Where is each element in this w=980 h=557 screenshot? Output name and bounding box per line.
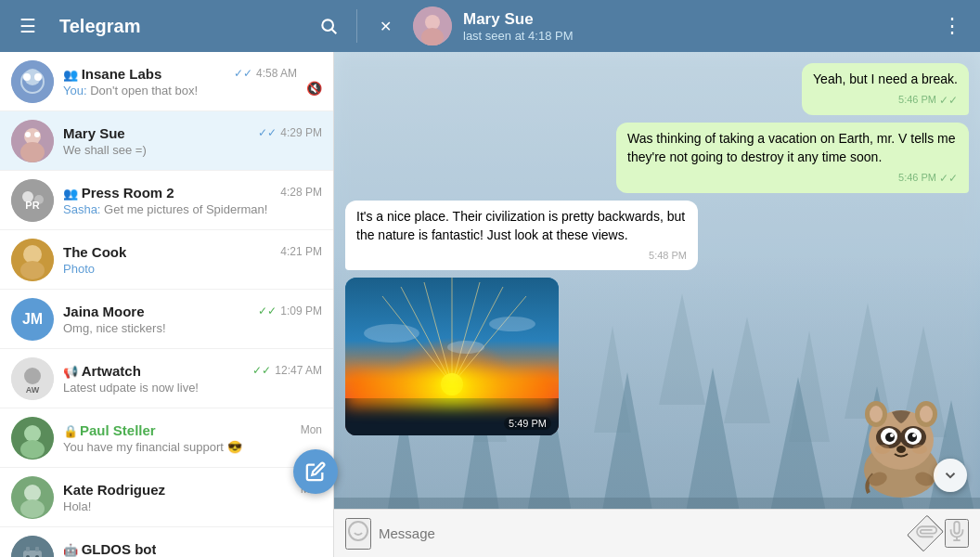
svg-point-75 [870,406,883,422]
chat-input-bar [334,509,980,557]
chat-preview: Sasha: Get me pictures of Spiderman! [63,202,322,216]
message-time: 5:46 PM ✓✓ [813,93,958,109]
check-mark: ✓✓ [252,364,271,377]
message-text: It's a nice place. Their civilization is… [356,209,685,242]
svg-point-14 [34,132,40,137]
contact-name: Mary Sue [463,10,924,29]
chat-item-body: The Cook 4:21 PM Photo [63,244,322,276]
svg-point-26 [24,425,41,442]
message-time: 5:46 PM ✓✓ [627,171,958,187]
contact-status: last seen at 4:18 PM [463,29,924,43]
message-outgoing-2: Was thinking of taking a vacation on Ear… [616,123,969,193]
avatar-artwatch: AW [11,357,54,400]
svg-point-30 [20,499,45,518]
megaphone-icon: 📢 [63,365,82,379]
read-check: ✓✓ [939,171,958,187]
svg-point-87 [912,445,927,454]
chat-preview: Omg, nice stickers! [63,321,322,335]
svg-point-84 [912,434,916,437]
chat-time: 4:21 PM [280,245,322,258]
chat-name: 👥 Press Room 2 [63,185,174,201]
svg-point-86 [875,445,890,454]
image-content [345,278,559,435]
avatar-kate-rodriguez [11,476,54,519]
svg-point-3 [425,15,440,30]
message-image-4[interactable]: 5:49 PM [345,278,559,435]
chat-item-jaina-moore[interactable]: JM Jaina Moore ✓✓1:09 PM Omg, nice stick… [0,290,333,349]
chat-item-body: Kate Rodriguez Mon Hola! [63,482,322,513]
mute-icon: 🔇 [306,81,322,96]
avatar-insane-labs [11,60,54,103]
chat-item-gldos-bot[interactable]: 🤖 GLDOS bot Honestly, I hate testing you… [0,527,333,557]
chat-item-paul-steller[interactable]: 🔒Paul Steller Mon You have my financial … [0,408,333,468]
sidebar-header: ☰ Telegram [11,9,345,43]
compose-fab[interactable] [293,449,338,494]
chat-time: ✓✓4:29 PM [258,126,322,139]
svg-text:AW: AW [26,385,40,395]
svg-line-1 [332,30,337,34]
svg-rect-34 [35,547,39,551]
chat-preview: You have my financial support 😎 [63,440,322,454]
svg-point-29 [24,485,41,501]
chat-preview: Latest udpate is now live! [63,381,322,395]
avatar-paul-steller [11,417,54,460]
preview-sender: Sasha: [63,202,100,216]
photo-link: Photo [63,262,95,276]
svg-point-68 [364,324,419,343]
chat-name: Jaina Moore [63,304,145,319]
chat-item-kate-rodriguez[interactable]: Kate Rodriguez Mon Hola! [0,468,333,527]
chat-item-press-room-2[interactable]: PR 👥 Press Room 2 4:28 PM Sasha: Get me … [0,171,333,230]
chat-name: Mary Sue [63,125,125,141]
chat-item-body: 📢 Artwatch ✓✓12:47 AM Latest udpate is n… [63,363,322,395]
svg-point-85 [896,446,906,453]
svg-point-12 [20,142,45,162]
chat-preview: We shall see =) [63,143,322,157]
chat-name: 🔒Paul Steller [63,422,156,438]
svg-point-82 [908,433,917,442]
svg-point-81 [885,433,895,442]
attach-button[interactable] [907,514,944,551]
chat-time: ✓✓4:58 AM [234,67,297,80]
chat-item-insane-labs[interactable]: 👥 Insane Labs ✓✓4:58 AM You: Don't open … [0,52,333,111]
chat-name: Kate Rodriguez [63,482,165,498]
chat-time: 4:28 PM [280,186,322,199]
lock-icon: 🔒 [63,424,78,438]
chat-item-artwatch[interactable]: AW 📢 Artwatch ✓✓12:47 AM Latest udpate i… [0,349,333,408]
contact-avatar [413,6,452,45]
message-input[interactable] [379,525,906,541]
search-button[interactable] [312,9,345,43]
menu-button[interactable]: ☰ [11,9,45,43]
message-text: Was thinking of taking a vacation on Ear… [627,131,956,164]
chat-item-the-cook[interactable]: The Cook 4:21 PM Photo [0,230,333,290]
svg-point-70 [447,341,484,354]
chat-time: ✓✓1:09 PM [258,304,322,317]
emoji-button[interactable] [345,518,371,550]
chat-item-body: 👥 Insane Labs ✓✓4:58 AM You: Don't open … [63,66,297,97]
check-mark: ✓✓ [258,304,277,317]
svg-point-0 [322,19,333,31]
chat-item-body: 🤖 GLDOS bot Honestly, I hate testing you… [63,541,322,558]
group-icon: 👥 [63,68,82,82]
svg-point-90 [349,522,368,540]
svg-point-66 [441,373,463,395]
chat-item-body: Mary Sue ✓✓4:29 PM We shall see =) [63,125,322,157]
svg-point-21 [20,261,45,279]
app-header: ☰ Telegram ✕ Mary Sue last seen at 4:18 … [0,0,980,52]
close-chat-button[interactable]: ✕ [368,9,402,43]
chat-list: 👥 Insane Labs ✓✓4:58 AM You: Don't open … [0,52,334,557]
svg-point-9 [34,73,42,81]
chat-preview: You: Don't open that box! [63,84,297,97]
svg-point-76 [920,406,933,422]
chat-item-mary-sue[interactable]: Mary Sue ✓✓4:29 PM We shall see =) [0,111,333,171]
message-incoming-3: It's a nice place. Their civilization is… [345,201,698,270]
contact-info: Mary Sue last seen at 4:18 PM [463,10,924,43]
check-mark: ✓✓ [234,67,252,80]
message-time: 5:48 PM [356,249,687,263]
chat-more-button[interactable]: ⋮ [935,9,969,43]
avatar-mary-sue [11,120,54,162]
message-outgoing-1: Yeah, but I need a break. 5:46 PM ✓✓ [802,63,969,115]
chat-preview: Hola! [63,499,322,513]
mic-button[interactable] [945,519,969,548]
scroll-down-button[interactable] [934,459,967,492]
avatar-gldos-bot [11,536,54,558]
